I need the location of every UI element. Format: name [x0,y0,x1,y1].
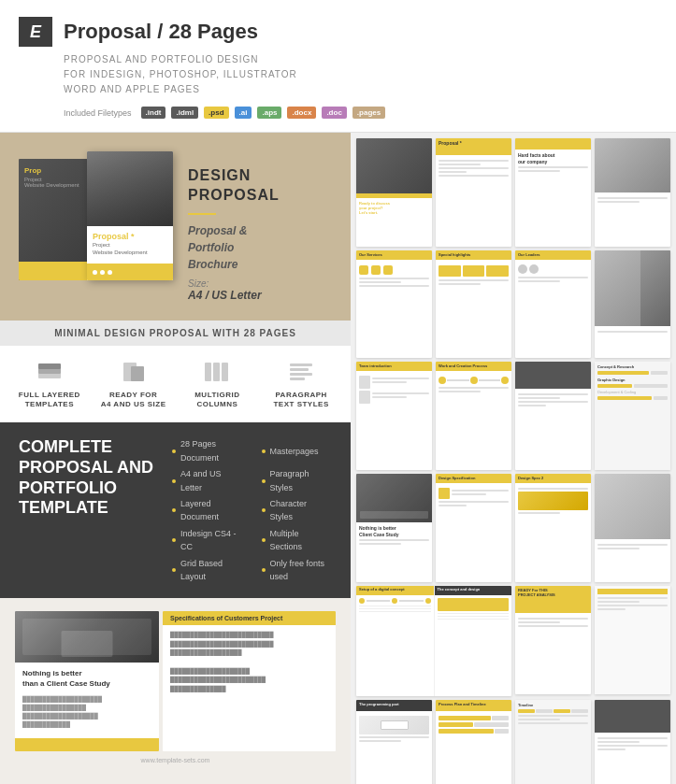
filetype-indt: .indt [141,107,166,119]
thumb-p16 [595,474,670,582]
bullet [262,479,266,483]
back-sub: ProjectWebsite Development [24,177,93,188]
svg-rect-10 [290,373,312,376]
design-proposal-info: DESIGNPROPOSAL Proposal &PortfolioBrochu… [188,151,332,302]
filetypes-label: Included Filetypes [64,108,132,118]
thumb-p21: The programming part [356,700,432,784]
front-content: Proposal * ProjectWebsite Development [87,226,173,261]
header-top: E Proposal / 28 Pages [19,17,657,47]
spread-left-page: Nothing is betterthan a Client Case Stud… [15,611,159,751]
thumb-p5: Our Services [356,250,432,359]
paragraph-icon [284,359,318,385]
svg-rect-7 [222,363,228,381]
feature-char-styles: Character Styles [262,497,332,524]
thumb-p12: Concept & Research Graphic Design Develo… [595,362,670,470]
multigrid-label: MULTIGRIDCOLUMNS [194,391,239,410]
feature-indesign: Indesign CS4 - CC [172,527,242,554]
spread-right-page: Specifications of Customers Project ████… [163,611,336,751]
cover-overlay [87,151,173,226]
pages-banner: MINIMAL DESIGN PROPOSAL WITH 28 PAGES [0,321,351,346]
feature-multigrid: MULTIGRIDCOLUMNS [178,359,258,410]
bullet [172,568,176,572]
thumb-p10: Work and Creation Process [436,362,511,470]
preview-section: Prop ProjectWebsite Development Proposal… [0,133,351,321]
feature-para-styles: Paragraph Styles [262,467,332,494]
thumb-p8 [595,250,670,359]
logo: E [19,17,52,47]
paragraph-label: PARAGRAPHTEXT STYLES [273,391,328,410]
spread-left-img [15,611,159,663]
page-thumbnails-grid: Ready to discussyour project?Let's start… [351,133,676,784]
thumb-p11 [515,362,591,470]
bullet [262,508,266,512]
design-proposal-label: DESIGNPROPOSAL [188,166,332,206]
thumb-p3: Hard facts aboutour company [515,138,591,247]
filetypes-row: Included Filetypes .indt .idml .psd .ai … [64,107,657,119]
svg-rect-2 [38,363,61,369]
multigrid-icon [200,359,234,385]
spread-right-body: ██████████████████████████ █████████████… [163,625,336,751]
left-column: Prop ProjectWebsite Development Proposal… [0,133,351,784]
thumb-p1: Ready to discussyour project?Let's start… [356,138,432,247]
spread-left-body: ████████████████████ ████████████████ ██… [15,695,159,729]
filetype-psd: .psd [204,107,228,119]
ready-a4-icon [117,359,151,385]
bullet [262,449,266,453]
front-bottom-bar [87,264,173,280]
thumb-p7: Our Leaders [515,250,591,359]
full-layered-icon [33,359,66,385]
size-value: A4 / US Letter [188,289,332,302]
header: E Proposal / 28 Pages PROPOSAL AND PORTF… [0,0,676,133]
filetype-idml: .idml [171,107,198,119]
bullet [262,538,266,542]
thumb-p17-18: Setup of a digital concept [356,586,511,697]
filetype-docx: .docx [287,107,316,119]
feature-28pages: 28 Pages Document [172,437,242,464]
spread-left-heading: Nothing is betterthan a Client Case Stud… [15,663,159,694]
book-title: Proposal &PortfolioBrochure [188,222,332,273]
filetype-doc: .doc [322,107,346,119]
thumb-p20 [595,586,670,694]
bullet [172,449,176,453]
feature-ready-a4: READY FORA4 AND US SIZE [93,359,174,410]
svg-rect-11 [290,378,305,380]
spread-left-bar [15,738,159,751]
feature-multiple: Multiple Sections [262,527,332,554]
thumb-p6: Special highlights [436,250,511,359]
bullet [262,568,266,572]
features-row: FULL LAYEREDTEMPLATES READY FORA4 AND US… [0,346,351,423]
feature-paragraph: PARAGRAPHTEXT STYLES [261,359,341,410]
bullet [172,479,176,483]
book-covers: Prop ProjectWebsite Development Proposal… [19,151,173,280]
complete-section: COMPLETEPROPOSAL ANDPORTFOLIOTEMPLATE 28… [0,422,351,598]
svg-rect-8 [290,363,312,366]
large-preview: Nothing is betterthan a Client Case Stud… [0,598,351,784]
thumb-p23: Timeline [515,700,591,784]
ready-a4-label: READY FORA4 AND US SIZE [101,391,166,410]
specs-watermark: www.template-sets.com [15,757,336,763]
thumb-p2: Proposal * [436,138,511,247]
header-title: Proposal / 28 Pages [64,20,258,44]
book-cover-front: Proposal * ProjectWebsite Development [87,151,173,280]
divider [188,213,216,215]
front-cover-top [87,151,173,226]
bottom-dots [93,270,112,275]
filetype-pages: .pages [352,107,385,119]
svg-rect-6 [213,363,220,381]
dot-2 [100,270,105,275]
thumb-p24 [595,700,670,784]
spread-half-right: The concept and design [435,586,512,697]
spread-right-header: Specifications of Customers Project [163,611,336,625]
prop-sub: ProjectWebsite Development [93,241,167,257]
spread: Nothing is betterthan a Client Case Stud… [15,611,336,751]
thumb-p22: Process Plan and Timeline [436,700,511,784]
size-label: Size: [188,278,332,289]
complete-features: 28 Pages Document Masterpages A4 and US … [172,437,332,583]
thumb-p14: Design Specification [436,474,511,582]
thumb-p15: Design Spec 2 [515,474,591,582]
thumb-p4 [595,138,670,247]
filetype-aps: .aps [257,107,281,119]
dot-1 [93,270,97,275]
back-title: Prop [24,166,93,175]
prop-text: Proposal * [93,232,167,241]
